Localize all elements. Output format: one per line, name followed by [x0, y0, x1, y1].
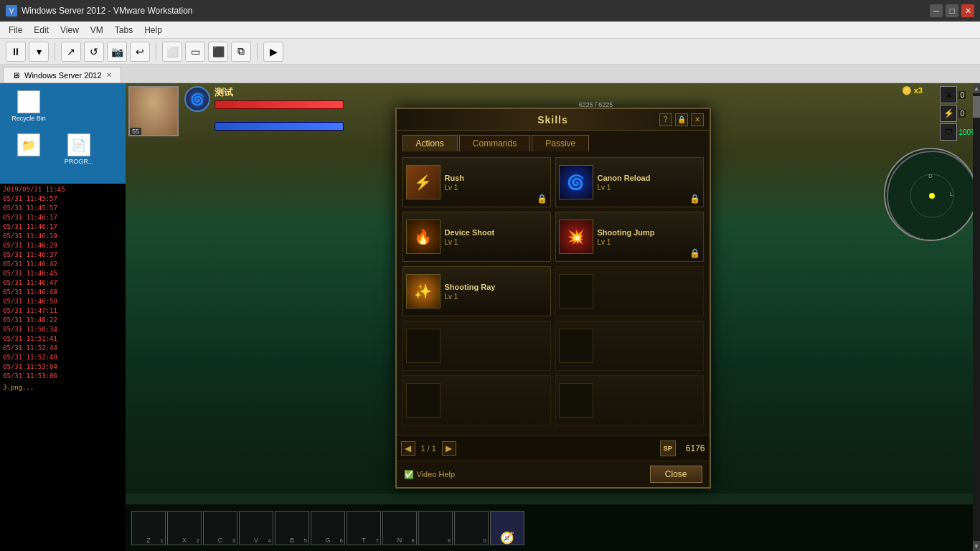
menu-help[interactable]: Help: [138, 24, 168, 37]
player-name: 测试: [215, 86, 977, 99]
hotbar-slot-b[interactable]: B 5: [275, 511, 309, 545]
skill-icon-canon: 🌀: [559, 165, 593, 199]
buff-icon-shield: 🛡: [940, 123, 957, 141]
modal-lock-button[interactable]: 🔒: [675, 113, 688, 126]
buff-icon-lightning: ⚡: [940, 105, 957, 122]
page-next-button[interactable]: ▶: [442, 441, 456, 456]
page-prev-button[interactable]: ◀: [401, 441, 415, 456]
left-panel: 🗑 Recycle Bin 📁 📄 PROGR... 2019/05/31 11…: [0, 83, 126, 551]
hotbar-slot-extra[interactable]: 🧭: [490, 511, 524, 545]
skill-cell-empty-2: [402, 321, 551, 371]
tab-close-icon[interactable]: ✕: [106, 71, 112, 79]
minimize-button[interactable]: ─: [930, 4, 943, 17]
skill-name-shooting-ray: Shooting Ray: [445, 282, 547, 291]
log-line: 05/31 11:50:34: [3, 325, 123, 334]
menu-view[interactable]: View: [55, 24, 85, 37]
vm-tab-windows[interactable]: 🖥 Windows Server 2012 ✕: [3, 67, 121, 83]
hotbar-slot-n[interactable]: N 8: [382, 511, 417, 545]
hotbar-slot-c[interactable]: C 3: [203, 511, 237, 545]
hotbar-slot-x[interactable]: X 2: [167, 511, 202, 545]
empty-icon-4: [406, 383, 440, 418]
toolbar-pause-button[interactable]: ⏸: [6, 42, 26, 62]
toolbar-split-v-button[interactable]: ▭: [185, 42, 205, 62]
skills-grid: ⚡ Rush Lv 1 🔒 🌀: [397, 151, 710, 435]
hotbar-slot-t[interactable]: T 7: [347, 511, 381, 545]
modal-title: Skills: [537, 113, 568, 125]
hotbar-num-2: 2: [197, 537, 199, 544]
hotbar-key-v: V: [254, 537, 258, 544]
skill-cell-shooting-ray[interactable]: ✨ Shooting Ray Lv 1: [402, 266, 551, 316]
skill-name-rush: Rush: [445, 173, 547, 182]
toolbar: ⏸ ▾ ↗ ↺ 📷 ↩ ⬜ ▭ ⬛ ⧉ ▶: [0, 39, 980, 65]
skill-cell-rush[interactable]: ⚡ Rush Lv 1 🔒: [402, 157, 551, 207]
bottom-hotbar: Z 1 X 2 C 3 V 4 B 5: [126, 504, 980, 551]
toolbar-restore-button[interactable]: ↩: [130, 42, 150, 62]
skill-icon-device: 🔥: [406, 220, 440, 254]
vmware-icon: V: [6, 5, 17, 17]
video-help-link[interactable]: ✅ Video Help: [404, 469, 456, 479]
hotbar-num-5: 5: [304, 537, 307, 544]
hotbar-slot-z[interactable]: Z 1: [131, 511, 166, 545]
toolbar-refresh-button[interactable]: ↺: [84, 42, 104, 62]
toolbar-full-button[interactable]: ⬛: [208, 42, 228, 62]
skills-row-5: [402, 375, 704, 425]
hotbar-slot-9[interactable]: 9: [418, 511, 453, 545]
menu-vm[interactable]: VM: [85, 24, 109, 37]
log-area: 2019/05/31 11:45 05/31 11:45:57 05/31 11…: [0, 184, 126, 551]
modal-close-x-button[interactable]: ✕: [691, 113, 704, 126]
video-help-icon: ✅: [404, 469, 414, 479]
menu-file[interactable]: File: [3, 24, 28, 37]
toolbar-snap-button[interactable]: 📷: [107, 42, 127, 62]
window-title: Windows Server 2012 - VMware Workstation: [22, 6, 930, 16]
tab-commands[interactable]: Commands: [459, 135, 530, 151]
toolbar-terminal-button[interactable]: ▶: [263, 42, 283, 62]
hotbar-slot-0[interactable]: 0: [454, 511, 489, 545]
modal-title-bar: Skills ? 🔒 ✕: [397, 109, 710, 131]
toolbar-unity-button[interactable]: ⧉: [231, 42, 251, 62]
menu-edit[interactable]: Edit: [28, 24, 55, 37]
skills-row-3: ✨ Shooting Ray Lv 1: [402, 266, 704, 316]
desktop-icon-file[interactable]: 📁: [7, 133, 50, 158]
tab-passive[interactable]: Passive: [532, 135, 589, 151]
skill-cell-shooting-jump[interactable]: 💥 Shooting Jump Lv 1 🔒: [555, 212, 704, 262]
toolbar-send-button[interactable]: ↗: [61, 42, 81, 62]
canon-icon: 🌀: [560, 166, 593, 199]
scroll-thumb[interactable]: [973, 96, 980, 118]
tab-icon: 🖥: [12, 71, 20, 80]
skill-cell-device-shoot[interactable]: 🔥 Device Shoot Lv 1: [402, 212, 551, 262]
desktop-icon-prog[interactable]: 📄 PROGR...: [57, 133, 100, 165]
skills-modal: Skills ? 🔒 ✕ Actions Commands Passive: [395, 108, 711, 489]
log-line: 05/31 11:48:22: [3, 316, 123, 325]
empty-icon-3: [559, 329, 593, 363]
right-scrollbar: ▲ ▼: [973, 83, 980, 551]
hotbar-slot-g[interactable]: G 6: [311, 511, 345, 545]
skill-info-shooting-jump: Shooting Jump Lv 1: [598, 227, 700, 245]
close-button[interactable]: Close: [650, 466, 702, 483]
log-line: 05/31 11:45:57: [3, 204, 123, 213]
close-window-button[interactable]: ✕: [961, 4, 974, 17]
hotbar-num-0: 0: [484, 537, 486, 544]
menu-tabs[interactable]: Tabs: [109, 24, 138, 37]
skill-info-rush: Rush Lv 1: [445, 173, 547, 191]
log-line: 05/31 11:53:06: [3, 372, 123, 381]
hotbar-num-3: 3: [232, 537, 235, 544]
hotbar-slot-v[interactable]: V 4: [239, 511, 273, 545]
skill-name-canon: Canon Reload: [598, 173, 700, 182]
hotbar-key-g: G: [325, 537, 330, 544]
modal-help-button[interactable]: ?: [659, 113, 672, 126]
toolbar-separator-3: [257, 43, 258, 60]
device-icon: 🔥: [407, 220, 440, 253]
skill-cell-canon-reload[interactable]: 🌀 Canon Reload Lv 1 🔒: [555, 157, 704, 207]
tab-actions[interactable]: Actions: [402, 135, 458, 151]
video-help-text: Video Help: [417, 470, 456, 479]
toolbar-dropdown-button[interactable]: ▾: [29, 42, 49, 62]
toolbar-split-h-button[interactable]: ⬜: [162, 42, 182, 62]
maximize-button[interactable]: □: [946, 4, 958, 17]
scroll-down-button[interactable]: ▼: [973, 541, 980, 551]
page-info: 1 / 1: [421, 444, 436, 453]
log-line: 05/31 11:46:47: [3, 278, 123, 288]
coin-icon: 🪙: [902, 86, 912, 95]
desktop-icon-recycle[interactable]: 🗑 Recycle Bin: [7, 90, 50, 122]
scroll-up-button[interactable]: ▲: [973, 83, 980, 93]
hotbar-num-8: 8: [412, 537, 415, 544]
